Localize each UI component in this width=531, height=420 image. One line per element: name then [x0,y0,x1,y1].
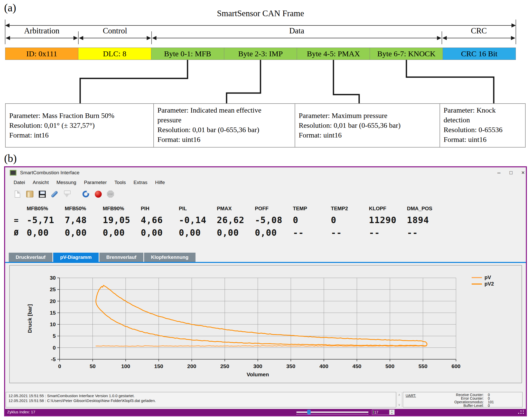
arrowhead-left-icon [79,36,83,40]
stop-button[interactable]: STOP [106,190,115,198]
chart-text: 250 [220,363,229,369]
cycle-spin-value[interactable]: 17 [372,410,389,415]
close-button[interactable]: × [519,169,527,177]
readout-header: PMAX [217,206,255,212]
connector-line [406,60,494,103]
uart-row-value: 101 [484,400,499,404]
chart-text: 500 [385,363,394,369]
readout-current-value: -0,14 [179,215,217,225]
parameter-line: detection [444,115,521,125]
resize-grip[interactable] [523,413,524,414]
arrowhead-right-icon [73,36,78,40]
menu-item-extras[interactable]: Extras [130,179,151,186]
scroll-up-icon[interactable]: ∧ [397,393,402,397]
uart-row-value: 0 [484,397,499,400]
new-file-button[interactable] [13,190,22,198]
menu-item-datei[interactable]: Datei [10,179,29,186]
arrowhead-right-icon [511,36,515,40]
menu-item-parameter[interactable]: Parameter [80,179,111,186]
uart-row: Operationsmodus:101 [454,400,499,404]
parameter-line: Format: uint16 [444,135,521,144]
legend-line-swatch [472,284,482,285]
download-icon [63,190,70,198]
spin-down-icon[interactable]: ▼ [389,412,394,415]
menu-item-hilfe[interactable]: Hilfe [151,179,169,186]
record-button[interactable] [94,190,102,198]
log-scrollbar[interactable]: ∧ ∨ [397,392,402,407]
save-button[interactable] [38,190,46,198]
spin-up-icon[interactable]: ▲ [389,410,394,412]
chart-text: 25 [50,286,56,292]
connect-pen-icon [51,190,58,198]
dimension-arrow [446,38,512,38]
readout-header: PIH [141,206,179,212]
readout-average-value: -- [407,227,445,238]
chart-text: 350 [286,363,295,369]
parameter-line: Resolution: 0,01° (± 327,57°) [9,121,150,130]
parameter-line: Format: int16 [9,130,150,140]
readout-header: TEMP [293,206,331,212]
readout-current-value: -5,08 [255,215,293,225]
record-icon [95,191,102,198]
menu-item-tools[interactable]: Tools [110,179,129,186]
uart-counters: Receive Counter:0Error Counter:0Operatio… [454,393,499,407]
arrowhead-left-icon [442,36,447,40]
tab-druckverlauf[interactable]: Druckverlauf [9,253,52,262]
open-button[interactable] [26,190,34,198]
readout-header: POFF [255,206,293,212]
text-caret [373,410,374,414]
menu-item-ansicht[interactable]: Ansicht [29,179,52,186]
tab-pv-diagramm[interactable]: pV-Diagramm [53,253,98,262]
maximize-button[interactable]: □ [507,169,515,177]
parameter-box: Parameter: Indicated mean effectivepress… [153,104,295,147]
readout-average-value: 0,00 [141,227,179,238]
scroll-down-icon[interactable]: ∨ [397,403,402,407]
readout-average-value: -- [331,227,369,238]
chart-text: 200 [187,363,196,369]
download-button[interactable] [63,190,71,198]
window-title: SmartCombustion Interface [20,170,79,176]
uart-row-value: 0 [484,404,499,407]
series-pV [96,346,426,346]
readout-average-value: -- [369,227,407,238]
refresh-icon [82,191,89,197]
chart-text: 10 [50,321,56,327]
parameter-line: Parameter: Knock [444,105,521,115]
parameter-description-boxes: Parameter: Mass Fraction Burn 50%Resolut… [5,103,526,148]
readout-header: PIL [179,206,217,212]
tab-brennverlauf[interactable]: Brennverlauf [99,253,143,262]
chart-text: Druck [bar] [27,304,33,333]
connector-line [333,60,359,103]
cycle-spinbox[interactable]: 17 ▲ ▼ [372,409,395,415]
connect-pen-button[interactable] [50,190,59,198]
connector-line [227,60,260,103]
can-frame-box: Byte 6-7: KNOCK [370,48,443,60]
menu-item-messung[interactable]: Messung [53,179,80,186]
refresh-button[interactable] [82,190,90,198]
readout-average-value: 0,00 [179,227,217,238]
cycle-index-label: Zyklus Index: 17 [7,410,35,414]
readout-average-value: -- [293,227,331,238]
tab-klopferkennung[interactable]: Klopferkennung [144,253,195,262]
log-textbox: 12.05.2021 15:51:55 : SmartCombustion In… [6,392,396,407]
parameter-line: Resolution: 0-65536 [444,125,521,135]
can-frame-box: ID: 0x111 [5,48,78,60]
uart-row-label: Operationsmodus: [454,400,484,404]
chart-text: -5 [51,356,56,362]
parameter-line: Parameter: Mass Fraction Burn 50% [9,111,150,121]
parameter-line: pressure [157,115,291,125]
can-frame-box: DLC: 8 [78,48,151,60]
readout-current-value: 7,48 [65,215,103,225]
legend-row: pV2 [472,281,494,287]
segment-label: Arbitration [5,26,78,35]
parameter-line: Format: uint16 [299,130,436,140]
chart-text: 0 [58,363,61,369]
segment-label: CRC [442,26,516,35]
chart-text: 400 [319,363,328,369]
minimize-button[interactable]: – [495,169,503,177]
parameter-line: Resolution: 0,01 bar (0-655,36 bar) [157,125,291,135]
connector-line [80,60,188,103]
readout-header: KLOPF [369,206,407,212]
uart-row: Buffer-Level:0 [454,404,499,407]
toolbar: STOP [5,187,526,201]
